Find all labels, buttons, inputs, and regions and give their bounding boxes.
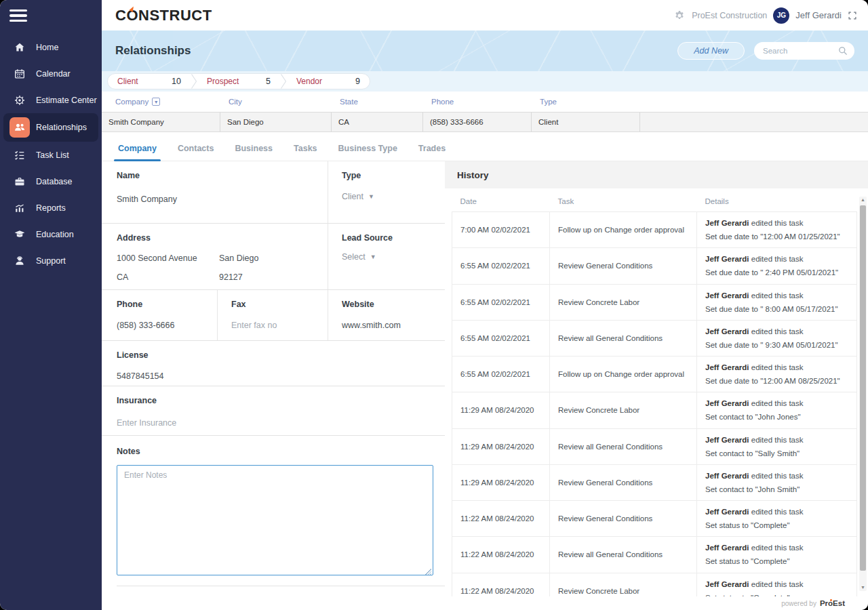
history-row: 11:22 AM 08/24/2020Review Concrete Labor…: [452, 573, 857, 596]
avatar[interactable]: JG: [773, 7, 789, 24]
history-column-task: Task: [550, 188, 697, 212]
type-dropdown[interactable]: Client▼: [342, 192, 374, 201]
history-date: 11:29 AM 08/24/2020: [452, 464, 550, 500]
lead-source-dropdown[interactable]: Select▼: [342, 252, 376, 262]
history-detail-line: Set status to "Complete": [705, 591, 848, 596]
tab-business[interactable]: Business: [233, 139, 274, 161]
add-new-button[interactable]: Add New: [677, 42, 745, 60]
tab-tasks[interactable]: Tasks: [292, 139, 319, 161]
column-header-city[interactable]: City: [220, 98, 332, 106]
sidebar-item-support[interactable]: Support: [0, 247, 102, 274]
history-details: Jeff Gerardi edited this taskSet status …: [697, 501, 857, 537]
history-row: 11:29 AM 08/24/2020Review General Condit…: [452, 464, 857, 500]
fullscreen-icon[interactable]: [848, 11, 857, 20]
type-tab-vendor[interactable]: Vendor9: [287, 74, 370, 89]
column-header-label: Type: [540, 98, 557, 106]
insurance-label: Insurance: [117, 396, 438, 405]
scroll-down-icon[interactable]: ▼: [859, 584, 867, 591]
table-cell: (858) 333-6666: [423, 113, 532, 131]
tab-company[interactable]: Company: [117, 139, 158, 161]
gear-icon[interactable]: [673, 9, 686, 22]
phone-field[interactable]: (858) 333-6666: [117, 321, 210, 330]
type-tab-label: Prospect: [207, 77, 239, 86]
table-cell: Client: [532, 113, 640, 131]
history-date: 11:22 AM 08/24/2020: [452, 573, 550, 596]
history-detail-line: Set contact to "Sally Smith": [705, 447, 848, 460]
fax-field[interactable]: Enter fax no: [231, 321, 321, 330]
user-name[interactable]: Jeff Gerardi: [795, 10, 842, 20]
history-row: 11:29 AM 08/24/2020Review Concrete Labor…: [452, 392, 857, 428]
tab-business-type[interactable]: Business Type: [337, 139, 399, 161]
sidebar-item-calendar[interactable]: Calendar: [0, 60, 102, 87]
history-detail-line: Set contact to "John Jones": [705, 410, 848, 424]
vertical-scrollbar[interactable]: ▲ ▼: [859, 197, 867, 591]
history-task: Review General Conditions: [550, 501, 697, 537]
menu-icon[interactable]: [9, 9, 27, 22]
tab-contacts[interactable]: Contacts: [176, 139, 215, 161]
sidebar-item-estimate-center[interactable]: Estimate Center: [0, 87, 102, 113]
sidebar-item-relationships[interactable]: Relationships: [3, 113, 98, 142]
column-header-phone[interactable]: Phone: [423, 98, 532, 106]
notes-label: Notes: [117, 447, 445, 456]
sidebar-item-reports[interactable]: Reports: [0, 195, 102, 221]
history-details: Jeff Gerardi edited this taskSet due dat…: [697, 357, 857, 392]
sidebar-item-database[interactable]: Database: [0, 168, 102, 195]
sidebar-item-label: Support: [36, 256, 66, 266]
history-detail-line: Jeff Gerardi edited this task: [705, 325, 848, 338]
insurance-field[interactable]: Enter Insurance: [117, 418, 438, 428]
history-detail-line: Set due date to "12:00 AM 01/25/2021": [705, 230, 848, 243]
address-state-field[interactable]: CA: [117, 272, 219, 282]
sidebar-item-task-list[interactable]: Task List: [0, 142, 102, 168]
calendar-icon: [9, 64, 30, 84]
filter-icon[interactable]: ▼: [152, 98, 160, 106]
history-detail-line: Jeff Gerardi edited this task: [705, 505, 848, 518]
license-label: License: [117, 350, 438, 360]
type-tab-client[interactable]: Client10: [108, 74, 191, 89]
website-field[interactable]: www.smith.com: [342, 321, 438, 330]
scrollbar-thumb[interactable]: [860, 205, 866, 571]
name-field[interactable]: Smith Company: [117, 195, 321, 204]
history-detail-line: Jeff Gerardi edited this task: [705, 252, 848, 266]
column-header-type[interactable]: Type: [532, 98, 868, 106]
page-header-banner: Relationships Add New: [102, 30, 868, 71]
sidebar-item-home[interactable]: Home: [0, 34, 102, 60]
company-form: Name Smith Company Type Client▼ Address …: [102, 161, 445, 596]
history-date: 11:29 AM 08/24/2020: [452, 392, 550, 428]
footer-brand: ProEst: [820, 599, 845, 607]
sidebar-item-education[interactable]: Education: [0, 221, 102, 247]
tab-trades[interactable]: Trades: [417, 139, 447, 161]
task-list-icon: [9, 145, 30, 165]
notes-textarea[interactable]: [117, 465, 433, 575]
phone-label: Phone: [117, 300, 210, 309]
column-header-company[interactable]: Company▼: [102, 98, 220, 106]
history-panel: History DateTaskDetails 7:00 AM 02/02/20…: [445, 161, 868, 596]
website-label: Website: [342, 300, 438, 309]
support-icon: [9, 251, 30, 271]
table-row[interactable]: Smith CompanySan DiegoCA(858) 333-6666Cl…: [102, 112, 868, 132]
history-user: Jeff Gerardi: [705, 580, 749, 588]
address-line1-field[interactable]: 1000 Second Avenue: [117, 253, 219, 263]
column-header-state[interactable]: State: [332, 98, 423, 106]
history-row: 6:55 AM 02/02/2021Review Concrete LaborJ…: [452, 284, 857, 320]
type-tab-prospect[interactable]: Prospect5: [197, 74, 280, 89]
history-detail-line: Jeff Gerardi edited this task: [705, 577, 848, 591]
history-detail-line: Jeff Gerardi edited this task: [705, 396, 848, 410]
history-task: Review all General Conditions: [550, 320, 697, 356]
banner-actions: Add New: [677, 42, 854, 60]
history-user: Jeff Gerardi: [705, 219, 749, 227]
history-detail-line: Set contact to "John Smith": [705, 483, 848, 496]
main-area: CONSTRUCT ProEst Construction JG Jeff Ge…: [102, 0, 868, 610]
history-date: 6:55 AM 02/02/2021: [452, 320, 550, 356]
history-task: Review General Conditions: [550, 248, 697, 284]
address-city-field[interactable]: San Diego: [219, 253, 321, 263]
address-label: Address: [117, 233, 321, 243]
history-details: Jeff Gerardi edited this taskSet contact…: [697, 464, 857, 500]
type-label: Type: [342, 171, 374, 180]
history-task: Review Concrete Labor: [550, 573, 697, 596]
license-field[interactable]: 5487845154: [117, 371, 438, 381]
scroll-up-icon[interactable]: ▲: [859, 197, 867, 203]
history-column-date: Date: [452, 188, 550, 212]
address-zip-field[interactable]: 92127: [219, 272, 321, 282]
history-detail-line: Jeff Gerardi edited this task: [705, 289, 848, 302]
sidebar-nav: HomeCalendarEstimate CenterRelationships…: [0, 34, 102, 274]
